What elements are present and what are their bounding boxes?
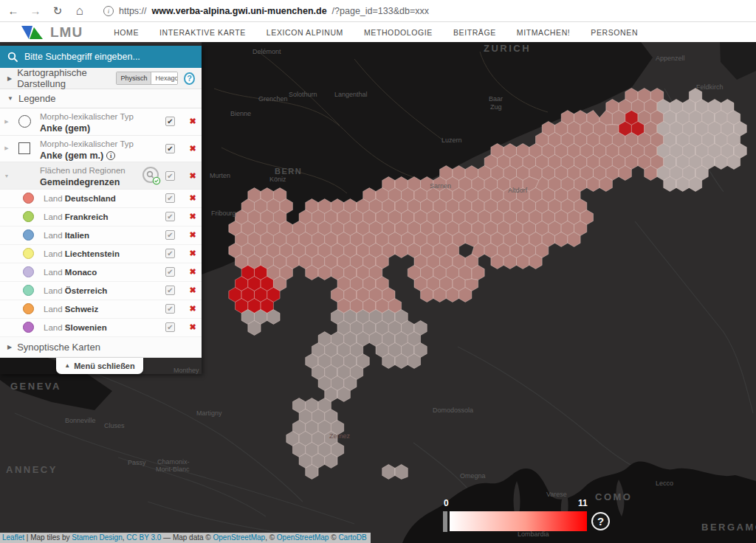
remove-layer-icon[interactable]: ✖ [184,193,202,203]
browser-toolbar: ← → ↻ ⌂ i https://www.verba-alpina.gwi.u… [0,0,756,22]
page-info-icon[interactable]: i [103,6,114,16]
legend-row-land-schweiz[interactable]: Land Schweiz✔✖ [0,300,202,319]
visibility-checkbox[interactable]: ✔ [165,144,175,153]
type-name: Anke (gem m.) [40,151,103,162]
chevron-down-icon: ▼ [7,95,13,102]
country-name: Liechtenstein [65,249,120,258]
visibility-checkbox[interactable]: ✔ [165,212,175,221]
magnifier-badge-icon[interactable] [142,166,161,185]
visibility-checkbox[interactable]: ✔ [165,117,175,126]
legend-row-anke-gem-[interactable]: ▶Morpho-lexikalischer TypAnke (gem)✔✖ [0,108,202,136]
visibility-checkbox[interactable]: ✔ [165,267,175,277]
city-label-geneva: GENEVA [10,381,61,392]
section-kartographische-darstellung[interactable]: ▶ Kartographische Darstellung Physisch H… [0,68,202,89]
square-symbol-icon [13,142,35,154]
visibility-checkbox[interactable]: ✔ [165,171,175,181]
legend-row-land-frankreich[interactable]: Land Frankreich✔✖ [0,208,202,226]
attribution-link[interactable]: CartoDB [338,533,366,542]
attribution-link[interactable]: OpenStreetMap [213,533,266,542]
visibility-checkbox[interactable]: ✔ [165,304,175,314]
land-prefix: Land [44,323,63,332]
scale-max-label: 11 [578,498,588,508]
nav-item-personen[interactable]: PERSONEN [591,28,638,37]
nav-item-interaktive-karte[interactable]: INTERAKTIVE KARTE [159,28,246,37]
help-icon[interactable]: ? [184,72,195,85]
legend-panel: ▶ Kartographische Darstellung Physisch H… [0,68,202,358]
remove-layer-icon[interactable]: ✖ [184,267,202,277]
legend-row-land-monaco[interactable]: Land Monaco✔✖ [0,263,202,282]
search-input[interactable] [24,52,187,62]
city-label-chamonix-: Chamonix- [157,458,190,466]
section-legende[interactable]: ▼ Legende [0,89,202,108]
remove-layer-icon[interactable]: ✖ [184,304,202,314]
close-menu-button[interactable]: ▲ Menü schließen [56,358,143,374]
country-color-dot [23,229,34,241]
section-synoptische-karten[interactable]: ▶ Synoptische Karten [0,337,202,358]
city-label-baar: Baar [489,95,503,103]
country-name: Slowenien [65,323,107,332]
chevron-right-icon[interactable]: ▶ [0,145,13,151]
legend-row-land-deutschland[interactable]: Land Deutschland✔✖ [0,190,202,208]
attribution-link[interactable]: CC BY 3.0 [126,533,161,542]
remove-layer-icon[interactable]: ✖ [184,322,202,332]
home-icon[interactable]: ⌂ [72,4,87,18]
city-label-bienne: Bienne [230,110,251,117]
map-dark-patch-ne [720,42,756,80]
city-label-passy: Passy [128,459,146,466]
legend-row-land-slowenien[interactable]: Land Slowenien✔✖ [0,319,202,337]
visibility-checkbox[interactable]: ✔ [165,249,175,258]
toggle-physisch-button[interactable]: Physisch [117,72,151,84]
info-icon[interactable]: i [106,151,115,160]
remove-layer-icon[interactable]: ✖ [184,286,202,295]
remove-layer-icon[interactable]: ✖ [184,117,202,126]
nav-item-home[interactable]: HOME [114,28,139,37]
remove-layer-icon[interactable]: ✖ [184,171,202,181]
municipality-cell[interactable] [395,465,408,480]
visibility-checkbox[interactable]: ✔ [165,286,175,295]
country-color-dot [23,211,34,222]
scale-help-icon[interactable]: ? [591,512,610,530]
lmu-logo[interactable]: LMU [50,24,83,41]
reload-icon[interactable]: ↻ [50,4,65,18]
visibility-checkbox[interactable]: ✔ [165,230,175,240]
city-label-feldkirch: Feldkirch [696,83,724,91]
legend-row-anke-gem-m-[interactable]: ▶Morpho-lexikalischer TypAnke (gem m.)i✔… [0,136,202,163]
city-label-varese: Varese [546,491,567,498]
city-label-grenchen: Grenchen [258,95,288,103]
attribution-link[interactable]: OpenStreetMap [277,533,329,542]
visibility-checkbox[interactable]: ✔ [165,322,175,332]
municipality-cell[interactable] [382,465,395,480]
city-label-martigny: Martigny [196,409,222,417]
toggle-hexagonal-button[interactable]: Hexagonal [151,72,178,84]
verba-alpina-logo[interactable] [21,24,47,41]
forward-icon[interactable]: → [28,4,43,18]
nav-item-methodologie[interactable]: METHODOLOGIE [364,28,433,37]
address-bar[interactable]: i https://www.verba-alpina.gwi.uni-muenc… [103,6,429,16]
remove-layer-icon[interactable]: ✖ [184,212,202,221]
legend-row-gemeindegrenzen[interactable]: ▼Flächen und RegionenGemeindegrenzen ✔✖ [0,162,202,190]
attribution-link[interactable]: Stamen Design [72,533,122,542]
back-icon[interactable]: ← [6,4,21,18]
chevron-down-icon[interactable]: ▼ [0,173,13,179]
nav-item-beitr-ge[interactable]: BEITRÄGE [453,28,496,37]
legend-row-land-liechtenstein[interactable]: Land Liechtenstein✔✖ [0,245,202,263]
scale-tick [443,511,447,532]
legend-type-rows: ▶Morpho-lexikalischer TypAnke (gem)✔✖▶Mo… [0,108,202,190]
legend-row-land-italien[interactable]: Land Italien✔✖ [0,226,202,245]
nav-item-lexicon-alpinum[interactable]: LEXICON ALPINUM [267,28,343,37]
attribution-text: — Map data © [161,533,213,542]
attribution-link[interactable]: Leaflet [2,533,24,542]
chevron-right-icon: ▶ [7,344,12,350]
search-bar[interactable] [0,46,202,68]
map-attribution: Leaflet | Map tiles by Stamen Design, CC… [0,533,371,543]
country-name: Italien [65,231,89,240]
remove-layer-icon[interactable]: ✖ [184,144,202,153]
chevron-right-icon[interactable]: ▶ [0,119,13,125]
legend-row-land--sterreich[interactable]: Land Österreich✔✖ [0,282,202,300]
visibility-checkbox[interactable]: ✔ [165,193,175,203]
remove-layer-icon[interactable]: ✖ [184,249,202,258]
nav-item-mitmachen-[interactable]: MITMACHEN! [517,28,571,37]
section-label: Synoptische Karten [17,342,100,353]
remove-layer-icon[interactable]: ✖ [184,230,202,240]
type-name: Anke (gem) [40,123,90,135]
